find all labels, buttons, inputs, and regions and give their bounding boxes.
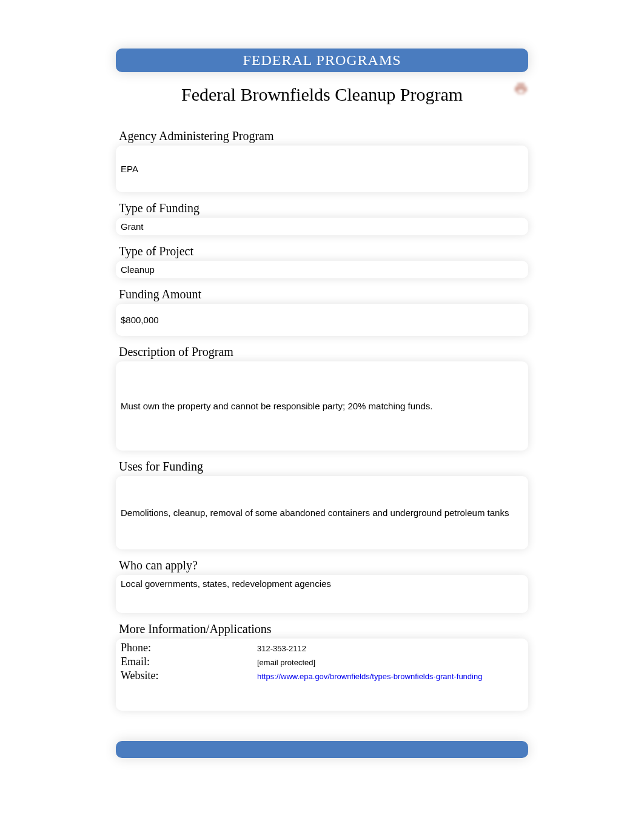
website-link[interactable]: https://www.epa.gov/brownfields/types-br… <box>257 672 482 681</box>
funding-type-label: Type of Funding <box>119 201 528 215</box>
description-value-box: Must own the property and cannot be resp… <box>116 361 528 451</box>
description-value: Must own the property and cannot be resp… <box>121 401 432 411</box>
funding-type-value-box: Grant <box>116 218 528 235</box>
website-row: Website: https://www.epa.gov/brownfields… <box>121 669 523 682</box>
agency-value-box: EPA <box>116 146 528 192</box>
project-type-value: Cleanup <box>121 264 155 275</box>
email-label: Email: <box>121 656 257 668</box>
uses-value-box: Demolitions, cleanup, removal of some ab… <box>116 476 528 549</box>
phone-label: Phone: <box>121 642 257 654</box>
funding-amount-label: Funding Amount <box>119 287 528 301</box>
who-apply-value: Local governments, states, redevelopment… <box>121 578 331 589</box>
project-type-value-box: Cleanup <box>116 261 528 278</box>
footer-bar <box>116 741 528 758</box>
uses-label: Uses for Funding <box>119 460 528 474</box>
agency-label: Agency Administering Program <box>119 129 528 143</box>
funding-amount-section: Funding Amount $800,000 <box>116 287 528 336</box>
description-section: Description of Program Must own the prop… <box>116 345 528 451</box>
email-row: Email: [email protected] <box>121 656 523 668</box>
title-row: Federal Brownfields Cleanup Program <box>116 84 528 105</box>
page-title: Federal Brownfields Cleanup Program <box>181 84 463 105</box>
agency-section: Agency Administering Program EPA <box>116 129 528 192</box>
project-type-label: Type of Project <box>119 244 528 258</box>
who-apply-label: Who can apply? <box>119 558 528 572</box>
contact-section: More Information/Applications Phone: 312… <box>116 622 528 711</box>
who-apply-value-box: Local governments, states, redevelopment… <box>116 575 528 613</box>
contact-box: Phone: 312-353-2112 Email: [email protec… <box>116 639 528 711</box>
category-header: FEDERAL PROGRAMS <box>116 49 528 72</box>
agency-value: EPA <box>121 164 138 174</box>
document-container: FEDERAL PROGRAMS Federal Brownfields Cle… <box>116 0 528 758</box>
funding-amount-value: $800,000 <box>121 315 159 325</box>
funding-amount-value-box: $800,000 <box>116 304 528 336</box>
uses-section: Uses for Funding Demolitions, cleanup, r… <box>116 460 528 549</box>
phone-value: 312-353-2112 <box>257 644 306 653</box>
funding-type-value: Grant <box>121 221 144 232</box>
project-type-section: Type of Project Cleanup <box>116 244 528 278</box>
who-apply-section: Who can apply? Local governments, states… <box>116 558 528 613</box>
funding-type-section: Type of Funding Grant <box>116 201 528 235</box>
print-icon[interactable] <box>514 81 528 96</box>
phone-row: Phone: 312-353-2112 <box>121 642 523 654</box>
email-value: [email protected] <box>257 658 315 667</box>
website-label: Website: <box>121 669 257 682</box>
description-label: Description of Program <box>119 345 528 359</box>
contact-heading: More Information/Applications <box>119 622 528 636</box>
category-text: FEDERAL PROGRAMS <box>243 52 401 68</box>
uses-value: Demolitions, cleanup, removal of some ab… <box>121 508 509 518</box>
